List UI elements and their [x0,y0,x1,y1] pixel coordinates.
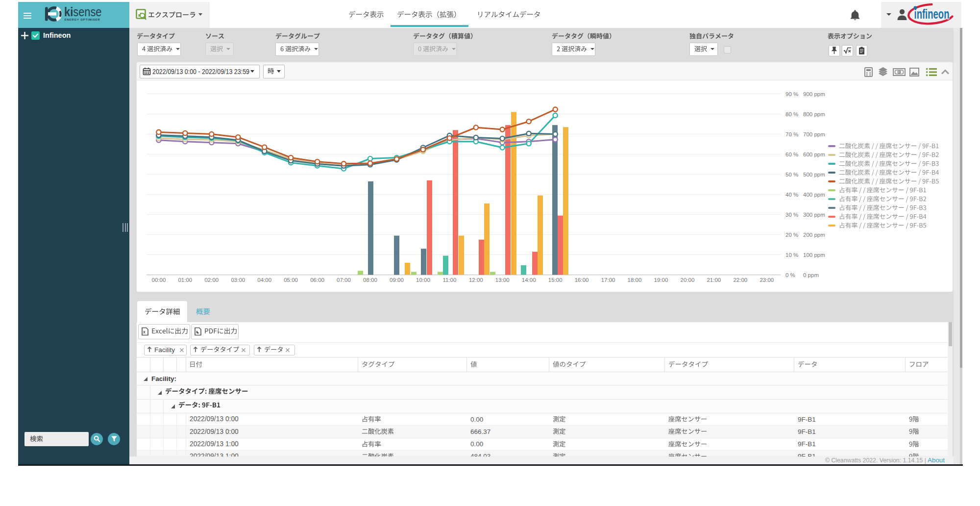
svg-text:About: About [928,456,945,464]
svg-text:© Cleanwatts 2022. Version: 1.: © Cleanwatts 2022. Version: 1.14.15 | [825,456,926,464]
